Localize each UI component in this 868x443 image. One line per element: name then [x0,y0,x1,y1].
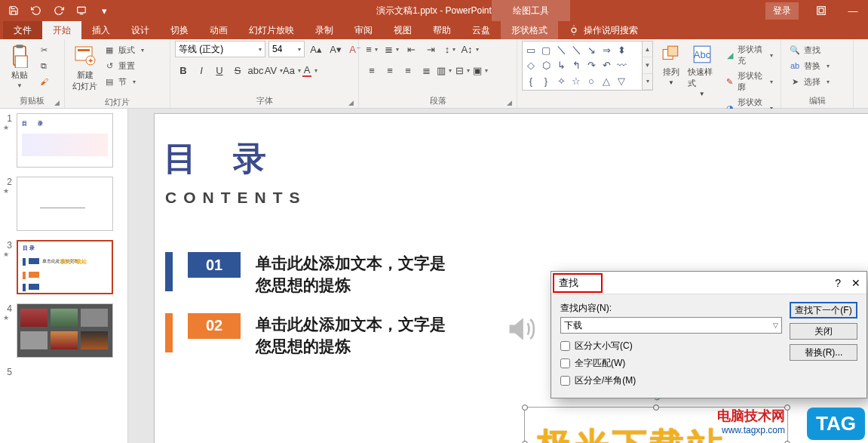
paste-button[interactable]: 粘贴 ▼ [5,41,35,92]
slide-thumb[interactable]: 1★ 目 录 [3,113,124,168]
tab-help[interactable]: 帮助 [422,21,462,39]
copy-icon: ⧉ [38,60,50,72]
find-dialog: 查找 ? ✕ 查找内容(N): 下载▽ 区分大小写(C) 全字匹配(W) 区分全… [551,271,867,398]
tab-insert[interactable]: 插入 [81,21,121,39]
tab-cloud[interactable]: 云盘 [462,21,501,39]
slide-thumb[interactable]: 3★ 目 录 单击此处添加文本 极光下载站 [3,240,124,294]
bullets-button[interactable]: ≡▾ [363,41,380,57]
qat-customize-icon[interactable]: ▾ [95,2,113,19]
slide-canvas[interactable]: 目 录 CONTENTS 01 单击此处添加文本，文字是 您思想的提炼 02 单… [128,109,868,443]
slide-thumbnail-panel[interactable]: 1★ 目 录 2★ 3★ 目 录 单击此处添加文本 极光下载站 4★ [0,109,128,443]
match-case-checkbox[interactable]: 区分大小写(C) [560,340,782,352]
dialog-launcher-icon[interactable]: ◢ [348,99,354,106]
svg-text:Abc: Abc [694,49,711,60]
gallery-scroll[interactable]: ▲▼▾ [643,41,653,91]
font-name-select[interactable]: 等线 (正文)▾ [175,41,265,57]
find-content-input[interactable]: 下载▽ [560,317,782,334]
section-button[interactable]: ▤节▾ [100,74,147,89]
char-spacing-button[interactable]: AV▾ [265,62,282,78]
audio-icon[interactable] [505,312,538,346]
justify-icon[interactable]: ≣ [418,62,434,78]
login-button[interactable]: 登录 [765,2,799,20]
group-font-label: 字体 [256,96,273,105]
columns-button[interactable]: ▥▾ [436,62,452,78]
numbering-button[interactable]: ≣▾ [383,41,400,57]
document-title: 演示文稿1.pptx - PowerPoint [376,5,492,17]
close-icon[interactable]: ✕ [851,277,860,289]
slide-thumb[interactable]: 2★ [3,177,124,231]
redo-icon[interactable] [50,2,68,19]
match-width-checkbox[interactable]: 区分全/半角(M) [560,374,782,387]
font-color-button[interactable]: A▾ [302,62,318,78]
shape-gallery[interactable]: ▭▢＼＼↘⇒⬍ ◇⬡↳↰↷↶〰 {}✧☆○△▽ [522,41,643,91]
tell-me-search[interactable]: 操作说明搜索 [558,21,638,39]
font-size-select[interactable]: 54▾ [268,41,305,57]
minimize-icon[interactable]: — [838,2,868,19]
tab-review[interactable]: 审阅 [344,21,383,39]
close-button[interactable]: 关闭 [790,323,857,340]
underline-button[interactable]: U [211,62,228,78]
tab-view[interactable]: 视图 [383,21,422,39]
tab-animations[interactable]: 动画 [199,21,238,39]
align-text-button[interactable]: ⊟▾ [454,62,471,78]
arrange-button[interactable]: 排列▼ [658,41,685,89]
slide-thumb[interactable]: 4★ [3,303,124,358]
tab-design[interactable]: 设计 [121,21,160,39]
ribbon-display-icon[interactable] [806,2,836,19]
shape-fill-button[interactable]: ◢形状填充▾ [722,42,776,68]
copy-button[interactable]: ⧉ [35,58,53,73]
help-icon[interactable]: ? [835,277,841,289]
decrease-font-icon[interactable]: A▾ [327,41,344,57]
tab-transitions[interactable]: 切换 [160,21,199,39]
svg-rect-2 [817,7,826,15]
reset-button[interactable]: ↺重置 [100,58,147,73]
change-case-button[interactable]: Aa▾ [284,62,300,78]
dialog-launcher-icon[interactable]: ◢ [54,99,60,106]
quick-styles-button[interactable]: Abc 快速样式▼ [685,41,719,100]
workspace: 1★ 目 录 2★ 3★ 目 录 单击此处添加文本 极光下载站 4★ [0,109,868,443]
save-icon[interactable] [5,2,23,19]
format-painter-button[interactable]: 🖌 [35,74,53,89]
replace-button[interactable]: 替换(R)... [790,344,857,361]
whole-word-checkbox[interactable]: 全字匹配(W) [560,357,782,370]
tab-shape-format[interactable]: 形状格式 [501,21,558,39]
find-next-button[interactable]: 查找下一个(F) [790,302,857,318]
text-direction-button[interactable]: A↕▾ [462,41,478,57]
align-right-icon[interactable]: ≡ [400,62,416,78]
cursor-icon: ➤ [789,75,801,88]
select-button[interactable]: ➤选择▾ [786,74,833,89]
section-icon: ▤ [103,75,115,88]
undo-icon[interactable] [27,2,45,19]
layout-button[interactable]: ▦版式▾ [100,42,147,57]
increase-indent-icon[interactable]: ⇥ [422,41,439,57]
bucket-icon: ◢ [725,49,735,61]
align-center-icon[interactable]: ≡ [382,62,398,78]
shape-outline-button[interactable]: ✎形状轮廓▾ [722,69,776,94]
cut-button[interactable]: ✂ [35,42,53,57]
svg-rect-0 [78,7,86,13]
shadow-button[interactable]: abc [247,62,264,78]
chevron-down-icon[interactable]: ▽ [773,321,778,329]
item-text: 单击此处添加文本，文字是 您思想的提炼 [256,313,446,358]
smartart-button[interactable]: ▣▾ [472,62,489,78]
item-number: 02 [188,313,241,339]
replace-button[interactable]: ab替换▾ [786,58,833,73]
strikethrough-button[interactable]: S [229,62,246,78]
increase-font-icon[interactable]: A▴ [308,41,324,57]
line-spacing-button[interactable]: ↕▾ [442,41,459,57]
dialog-launcher-icon[interactable]: ◢ [507,99,512,106]
italic-button[interactable]: I [193,62,210,78]
find-content-label: 查找内容(N): [560,302,782,315]
tab-home[interactable]: 开始 [42,21,81,39]
align-left-icon[interactable]: ≡ [363,62,380,78]
bold-button[interactable]: B [175,62,192,78]
new-slide-button[interactable]: ✦ 新建 幻灯片 [69,41,100,95]
decrease-indent-icon[interactable]: ⇤ [403,41,419,57]
tab-slideshow[interactable]: 幻灯片放映 [238,21,305,39]
group-slides-label: 幻灯片 [105,97,130,106]
tab-file[interactable]: 文件 [3,21,42,39]
start-from-beginning-icon[interactable] [72,2,90,19]
find-button[interactable]: 🔍查找 [786,42,833,57]
slide-thumb[interactable]: 5 [3,367,124,377]
tab-record[interactable]: 录制 [305,21,344,39]
